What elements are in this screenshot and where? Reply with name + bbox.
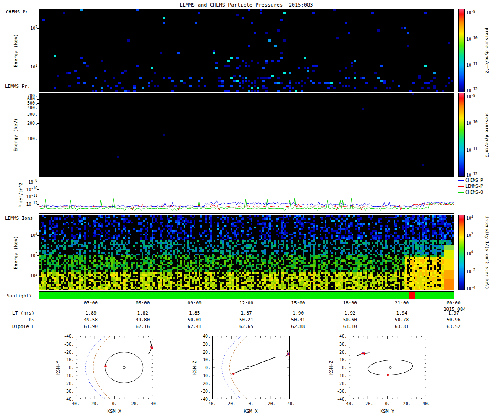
bowshock-curve (85, 336, 105, 399)
orbit-xtick-label: 20. (399, 402, 415, 406)
ephemeris-value: 50.96 (441, 318, 466, 323)
ephemeris-value: 50.60 (337, 318, 362, 323)
colorbar-tick-label: 10-9 (466, 10, 484, 15)
ytick-mark (37, 197, 39, 197)
colorbar-tick-label: 10-10 (466, 37, 484, 42)
colorbar-tick-mark (464, 218, 465, 218)
ytick-mark (37, 28, 39, 29)
colorbar-tick-mark (464, 90, 465, 91)
colorbar-tick-label: 10-12 (466, 173, 484, 178)
ephemeris-value: 49.80 (130, 318, 155, 323)
ytick-mark (37, 108, 39, 108)
colorbar-title-intensity: intensity 1/(s cm^2 ster keV) (484, 215, 490, 290)
time-tick-label: 12:00 (236, 301, 257, 306)
orbit-xtick-label: -20. (126, 402, 142, 406)
orbit-ytick-label: 30. (199, 342, 210, 346)
orbit-ylabel-1: KSM-Z (192, 336, 197, 399)
legend-label: LEMMS-P (465, 184, 483, 189)
ytick-label: 100. (19, 136, 37, 141)
ytick-mark (37, 182, 39, 182)
ephemeris-value: 50.01 (182, 318, 207, 323)
ytick-label: 102 (19, 273, 37, 278)
time-tick-label: 00:00 (443, 301, 464, 306)
orbit-xtick-label: -20. (263, 402, 278, 406)
orbit-xtick-label: -40. (341, 402, 356, 406)
orbit-ytick-label: -30. (335, 389, 347, 394)
ephemeris-row-label-lt: LT (hrs) (5, 311, 34, 316)
orbit-ytick-label: 10. (62, 373, 74, 378)
orbit-ytick-label: -40. (199, 397, 210, 402)
legend-swatch (458, 186, 464, 187)
ytick-label: 103 (19, 253, 37, 258)
orbit-ytick-label: 10. (199, 357, 210, 362)
lemms-pressure-canvas (39, 93, 454, 176)
ytick-label: 104 (19, 233, 37, 238)
ytick-label: 101 (19, 64, 37, 69)
ytick-label: 10-12 (19, 202, 37, 207)
orbit-xtick-label: -40. (282, 402, 297, 406)
ephemeris-value: 62.41 (182, 324, 207, 329)
orbit-xtick-label: 20. (87, 402, 102, 406)
orbit-ytick-label: 0. (199, 365, 210, 370)
ytick-label: 400. (19, 105, 37, 110)
ephemeris-value: 1.80 (78, 311, 103, 316)
ephemeris-value: 63.10 (337, 324, 362, 329)
ephemeris-value: 1.90 (286, 311, 311, 316)
time-tick-label: 15:00 (288, 301, 309, 306)
ephemeris-value: 1.92 (337, 311, 362, 316)
orbit-ytick-label: 40. (335, 334, 347, 339)
orbit-plot-ksmx-ksmy (76, 336, 153, 399)
ephemeris-value: 1.82 (130, 311, 155, 316)
bowshock-curve (222, 336, 241, 399)
orbit-ytick-label: -40. (62, 334, 74, 339)
colorbar-chems-pressure (458, 9, 465, 92)
ytick-mark (37, 189, 39, 190)
ytick-mark (37, 123, 39, 124)
orbit-ytick-label: -30. (62, 342, 74, 346)
colorbar-tick-label: 10-11 (466, 147, 484, 152)
orbit-xtick-label: 40. (205, 402, 220, 406)
ytick-label: 200. (19, 121, 37, 126)
ephemeris-value: 1.94 (389, 311, 415, 316)
legend-swatch (458, 192, 464, 193)
orbit-ytick-label: 10. (335, 357, 347, 362)
ephemeris-value: 63.52 (441, 324, 466, 329)
moon-orbit-line (231, 357, 276, 374)
colorbar-tick-label: 10-10 (466, 121, 484, 126)
time-tick-label: 21:00 (391, 301, 412, 306)
colorbar-tick-label: 10-12 (466, 88, 484, 93)
orbit-xlabel-0: KSM-X (97, 409, 131, 414)
orbit-ytick-label: 30. (62, 389, 74, 394)
ephemeris-row-label-dipole-l: Dipole L (5, 324, 34, 329)
planet-dot (247, 367, 249, 369)
figure-title: LEMMS and CHEMS Particle Pressures 2015:… (39, 3, 454, 8)
time-tick-label: 18:00 (339, 301, 360, 306)
colorbar-tick-mark (464, 39, 465, 39)
chems-pressure-spectrogram (39, 9, 454, 92)
yaxis-title-chems: Energy (keV) (13, 9, 18, 92)
legend-swatch (458, 180, 464, 181)
ytick-mark (37, 235, 39, 236)
ytick-mark (37, 139, 39, 139)
ytick-mark (37, 67, 39, 67)
orbit-ylabel-0: KSM-Y (55, 336, 61, 399)
moon-position-dot (387, 374, 389, 376)
colorbar-tick-label: 10-11 (466, 63, 484, 68)
ephemeris-value: 49.58 (78, 318, 103, 323)
sunlight-bar (39, 291, 454, 299)
ephemeris-value: 1.85 (182, 311, 207, 316)
lemms-ions-spectrogram (39, 215, 454, 290)
colorbar-tick-mark (464, 65, 465, 66)
sunlight-label: Sunlight? (7, 294, 32, 299)
time-tick-label: 09:00 (184, 301, 205, 306)
orbit-xtick-label: 40. (68, 402, 83, 406)
ytick-label: 300. (19, 112, 37, 117)
ephemeris-value: 50.78 (389, 318, 415, 323)
orbit-ytick-label: 0. (62, 365, 74, 370)
orbit-ytick-label: 40. (199, 334, 210, 339)
orbit-xtick-label: 0. (107, 402, 122, 406)
colorbar-tick-mark (464, 13, 465, 13)
ephemeris-value: 62.16 (130, 324, 155, 329)
orbit-xtick-label: 20. (224, 402, 239, 406)
colorbar-tick-label: 102 (466, 233, 484, 238)
